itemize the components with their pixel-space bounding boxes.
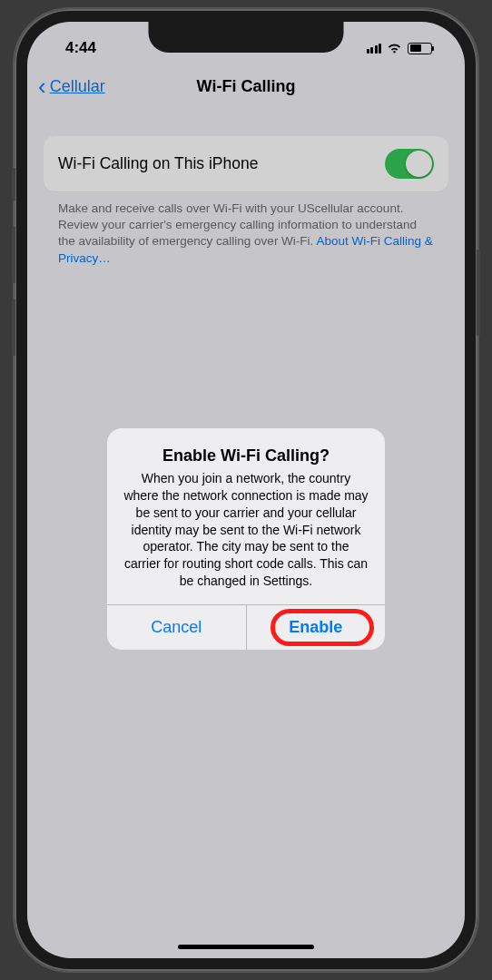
power-button xyxy=(477,250,480,336)
alert-body: Enable Wi-Fi Calling? When you join a ne… xyxy=(107,428,385,604)
alert-title: Enable Wi-Fi Calling? xyxy=(123,446,369,466)
cancel-button[interactable]: Cancel xyxy=(107,605,247,650)
mute-switch xyxy=(12,168,15,201)
alert-dialog: Enable Wi-Fi Calling? When you join a ne… xyxy=(107,428,385,650)
alert-buttons: Cancel Enable xyxy=(107,604,385,650)
modal-overlay: Enable Wi-Fi Calling? When you join a ne… xyxy=(27,22,465,958)
volume-down-button xyxy=(12,299,15,356)
notch xyxy=(149,22,344,53)
screen: 4:44 ‹ Cellular Wi-Fi Calling Wi-Fi Ca xyxy=(27,22,465,958)
volume-up-button xyxy=(12,227,15,283)
enable-label: Enable xyxy=(289,618,342,636)
enable-button[interactable]: Enable xyxy=(247,605,386,650)
cancel-label: Cancel xyxy=(151,618,202,636)
phone-frame: 4:44 ‹ Cellular Wi-Fi Calling Wi-Fi Ca xyxy=(15,9,477,971)
home-indicator[interactable] xyxy=(178,945,314,949)
alert-message: When you join a network, the country whe… xyxy=(123,470,369,590)
